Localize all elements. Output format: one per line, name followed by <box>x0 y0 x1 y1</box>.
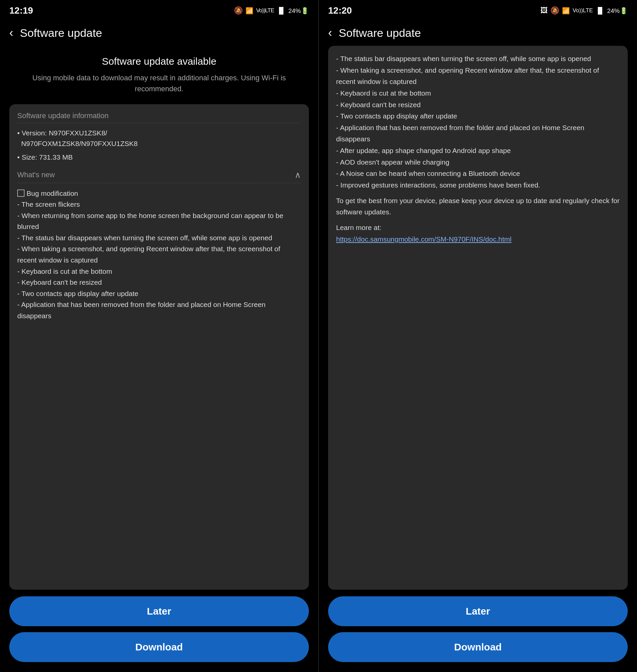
right-keep-updated-text: To get the best from your device, please… <box>336 195 620 218</box>
right-status-icons: 🖼 🔕 📶 Vo))LTE ▐▌ 24%🔋 <box>541 6 628 15</box>
left-back-button[interactable]: ‹ <box>9 26 13 40</box>
right-app-header: ‹ Software update <box>319 20 637 46</box>
right-download-button[interactable]: Download <box>328 632 628 662</box>
right-bug-list-1: - The status bar disappears when turning… <box>336 53 620 191</box>
left-whats-new-label: What's new <box>17 170 55 179</box>
left-status-icons: 🔕 📶 Vo))LTE ▐▌ 24%🔋 <box>234 6 309 15</box>
right-status-bar: 12:20 🖼 🔕 📶 Vo))LTE ▐▌ 24%🔋 <box>319 0 637 20</box>
checkbox-icon <box>17 189 24 197</box>
right-scroll-box: - The status bar disappears when turning… <box>328 46 628 590</box>
right-signal-bars-icon: ▐▌ <box>596 7 604 14</box>
right-button-area: Later Download <box>319 590 637 672</box>
left-app-header: ‹ Software update <box>0 20 318 46</box>
right-content: - The status bar disappears when turning… <box>319 46 637 590</box>
signal-icon: 📶 <box>245 7 253 15</box>
right-scroll-text: - The status bar disappears when turning… <box>336 53 620 245</box>
left-button-area: Later Download <box>0 590 318 672</box>
left-page-title: Software update <box>20 26 102 39</box>
right-learn-more-text: Learn more at: https://doc.samsungmobile… <box>336 222 620 245</box>
right-signal-icon: 📶 <box>562 7 570 15</box>
left-time: 12:19 <box>9 5 33 16</box>
left-version: • Version: N970FXXU1ZSK8/ N970FOXM1ZSK8/… <box>17 128 301 149</box>
signal-bars-icon: ▐▌ <box>277 7 286 14</box>
right-back-button[interactable]: ‹ <box>328 26 332 40</box>
left-whats-new-header: What's new ∧ <box>17 170 301 183</box>
right-phone-panel: 12:20 🖼 🔕 📶 Vo))LTE ▐▌ 24%🔋 ‹ Software u… <box>318 0 637 672</box>
left-update-title: Software update available <box>9 56 309 67</box>
left-size: • Size: 731.33 MB <box>17 152 301 163</box>
mute-icon: 🔕 <box>234 6 243 15</box>
left-status-bar: 12:19 🔕 📶 Vo))LTE ▐▌ 24%🔋 <box>0 0 318 20</box>
left-changelog-text: Bug modification - The screen flickers -… <box>17 189 283 320</box>
right-mute-icon: 🔕 <box>550 6 559 15</box>
right-battery-icon: 24%🔋 <box>607 7 628 15</box>
left-changelog: Bug modification - The screen flickers -… <box>17 188 301 583</box>
left-info-box: Software update information • Version: N… <box>9 104 309 590</box>
right-lte-icon: Vo))LTE <box>572 7 593 14</box>
left-info-section-title: Software update information <box>17 111 301 123</box>
right-doc-link[interactable]: https://doc.samsungmobile.com/SM-N970F/I… <box>336 235 512 243</box>
right-time: 12:20 <box>328 5 352 16</box>
right-page-title: Software update <box>339 26 421 39</box>
right-later-button[interactable]: Later <box>328 596 628 626</box>
left-later-button[interactable]: Later <box>9 596 309 626</box>
left-download-button[interactable]: Download <box>9 632 309 662</box>
battery-icon: 24%🔋 <box>288 7 309 15</box>
left-chevron-up-icon[interactable]: ∧ <box>295 170 301 180</box>
left-update-subtitle: Using mobile data to download may result… <box>9 72 309 94</box>
left-content: Software update available Using mobile d… <box>0 46 318 590</box>
left-phone-panel: 12:19 🔕 📶 Vo))LTE ▐▌ 24%🔋 ‹ Software upd… <box>0 0 318 672</box>
right-photo-icon: 🖼 <box>541 6 548 15</box>
lte-icon: Vo))LTE <box>256 7 274 14</box>
